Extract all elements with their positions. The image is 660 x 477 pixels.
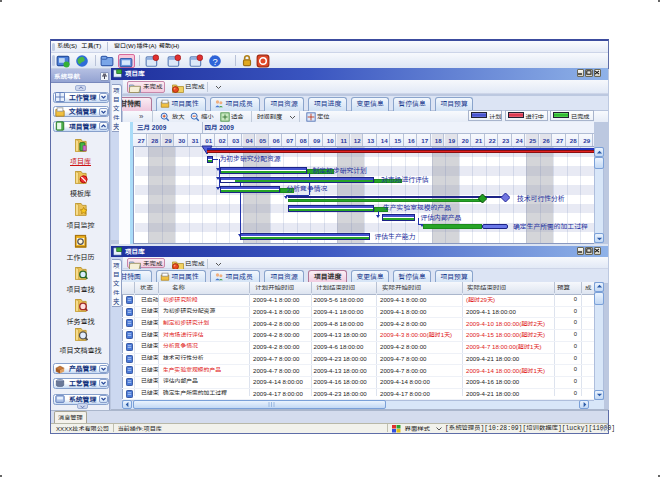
svg-text:?: ? xyxy=(212,57,217,67)
